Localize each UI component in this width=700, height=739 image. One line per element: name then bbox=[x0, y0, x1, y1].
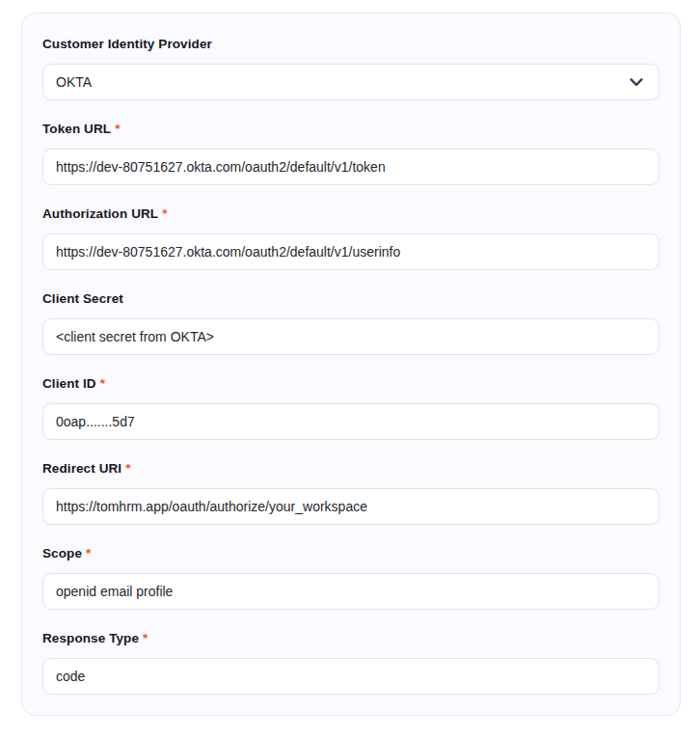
identity-provider-settings-card: Customer Identity Provider OKTA Token UR… bbox=[21, 13, 681, 716]
field-token-url: Token URL* bbox=[42, 121, 660, 185]
client-id-label-text: Client ID bbox=[42, 376, 96, 391]
select-selected-value: OKTA bbox=[56, 74, 92, 90]
required-asterisk: * bbox=[86, 546, 91, 561]
redirect-uri-label-text: Redirect URI bbox=[42, 461, 121, 476]
field-authorization-url: Authorization URL* bbox=[42, 205, 660, 270]
token-url-label: Token URL* bbox=[42, 121, 660, 137]
client-secret-input[interactable] bbox=[42, 318, 660, 355]
field-scope: Scope* bbox=[42, 545, 660, 610]
client-id-label: Client ID* bbox=[42, 375, 660, 392]
required-asterisk: * bbox=[162, 206, 167, 221]
client-id-input[interactable] bbox=[42, 403, 660, 440]
field-redirect-uri: Redirect URI* bbox=[42, 460, 660, 525]
scope-input[interactable] bbox=[42, 573, 660, 610]
response-type-input[interactable] bbox=[42, 658, 660, 695]
chevron-down-icon bbox=[630, 78, 643, 87]
redirect-uri-label: Redirect URI* bbox=[42, 460, 660, 477]
customer-identity-provider-select[interactable]: OKTA bbox=[42, 64, 660, 100]
response-type-label: Response Type* bbox=[42, 630, 660, 646]
authorization-url-input[interactable] bbox=[42, 233, 660, 270]
scope-label-text: Scope bbox=[42, 546, 82, 561]
required-asterisk: * bbox=[125, 461, 130, 476]
field-client-secret: Client Secret bbox=[42, 290, 660, 355]
client-secret-label: Client Secret bbox=[42, 290, 660, 307]
field-response-type: Response Type* bbox=[42, 630, 660, 695]
scope-label: Scope* bbox=[42, 545, 660, 561]
authorization-url-label-text: Authorization URL bbox=[42, 206, 158, 221]
customer-identity-provider-label: Customer Identity Provider bbox=[42, 36, 660, 52]
required-asterisk: * bbox=[143, 631, 148, 645]
field-client-id: Client ID* bbox=[42, 375, 660, 440]
redirect-uri-input[interactable] bbox=[42, 488, 660, 525]
field-customer-identity-provider: Customer Identity Provider OKTA bbox=[42, 36, 660, 100]
required-asterisk: * bbox=[115, 122, 120, 136]
token-url-label-text: Token URL bbox=[42, 122, 111, 136]
authorization-url-label: Authorization URL* bbox=[42, 205, 660, 222]
token-url-input[interactable] bbox=[42, 149, 660, 185]
response-type-label-text: Response Type bbox=[42, 631, 139, 645]
required-asterisk: * bbox=[100, 376, 105, 391]
